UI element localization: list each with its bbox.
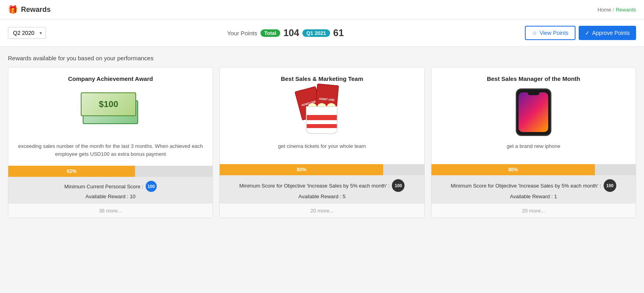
points-section: Your Points Total 104 Q1 2021 61 xyxy=(227,27,344,38)
top-bar: 🎁 Rewards Home / Rewards xyxy=(0,0,644,19)
card-image-3 xyxy=(502,88,565,136)
iphone-screen xyxy=(519,92,548,132)
progress-bar-fill-3: 80% xyxy=(431,164,595,175)
money-image: $100 $100 xyxy=(81,92,140,132)
card-more-1[interactable]: 38 more... xyxy=(8,203,213,218)
cinema-image: ADMIT ONE ADMIT ONE xyxy=(292,90,351,134)
progress-bar-fill-1: 62% xyxy=(8,166,135,177)
score-label-3: Minimum Score for Objective 'Increase Sa… xyxy=(451,183,601,189)
score-label-2: Minimum Score for Objective 'Increase Sa… xyxy=(239,183,390,189)
card-more-3[interactable]: 20 more... xyxy=(431,203,636,218)
header-left: 🎁 Rewards xyxy=(8,5,51,14)
footer-score-line-3: Minimum Score for Objective 'Increase Sa… xyxy=(437,179,630,192)
card-title-1: Company Achievement Award xyxy=(68,75,153,82)
breadcrumb-current: Rewards xyxy=(616,7,636,13)
progress-bar-fill-2: 80% xyxy=(220,164,383,175)
score-badge-3: 100 xyxy=(604,179,616,192)
points-label: Your Points xyxy=(227,30,257,36)
footer-score-line-2: Minimum Score for Objective 'Increase Sa… xyxy=(225,179,418,192)
popcorn-container xyxy=(306,106,338,134)
progress-label-2: 80% xyxy=(297,167,306,172)
cards-grid: Company Achievement Award $100 $100 exce… xyxy=(8,67,636,218)
money-bill-front: $100 xyxy=(81,92,136,116)
toolbar: Q1 2020 Q2 2020 Q3 2020 Q4 2020 Q1 2021 … xyxy=(0,19,644,47)
card-footer-2: Minimum Score for Objective 'Increase Sa… xyxy=(220,175,424,203)
reward-card-3: Best Sales Manager of the Month get a br… xyxy=(431,67,636,218)
quarter-select-wrapper[interactable]: Q1 2020 Q2 2020 Q3 2020 Q4 2020 Q1 2021 xyxy=(8,27,46,39)
breadcrumb-separator: / xyxy=(613,7,614,13)
card-description-1: exceeding sales number of the month for … xyxy=(16,142,205,158)
card-title-3: Best Sales Manager of the Month xyxy=(487,75,580,82)
progress-label-3: 80% xyxy=(508,167,518,172)
view-points-label: View Points xyxy=(540,30,568,36)
card-description-3: get a brand new iphone xyxy=(507,142,560,150)
q1-points: 61 xyxy=(333,27,344,38)
breadcrumb: Home / Rewards xyxy=(597,7,636,13)
progress-label-1: 62% xyxy=(67,169,76,174)
reward-card-2: Best Sales & Marketing Team ADMIT ONE AD… xyxy=(219,67,424,218)
approve-points-button[interactable]: ✓ Approve Points xyxy=(579,26,636,40)
progress-bar-wrapper-1: 62% xyxy=(8,166,213,177)
star-icon: ☆ xyxy=(532,30,537,36)
total-points: 104 xyxy=(283,27,299,38)
card-footer-1: Minimum Current Personal Score : 100 Ava… xyxy=(8,177,213,203)
card-title-2: Best Sales & Marketing Team xyxy=(281,75,363,82)
toolbar-right: ☆ View Points ✓ Approve Points xyxy=(525,26,636,40)
card-more-2[interactable]: 20 more... xyxy=(220,203,424,218)
card-body-1: Company Achievement Award $100 $100 exce… xyxy=(8,67,213,166)
progress-bar-wrapper-2: 80% xyxy=(220,164,424,175)
card-image-2: ADMIT ONE ADMIT ONE xyxy=(290,88,353,136)
card-description-2: get cinema tickets for your whole team xyxy=(278,142,366,150)
breadcrumb-home: Home xyxy=(597,7,611,13)
view-points-button[interactable]: ☆ View Points xyxy=(525,26,576,40)
gift-icon: 🎁 xyxy=(8,5,18,14)
card-image-1: $100 $100 xyxy=(79,88,142,136)
score-badge-1: 100 xyxy=(146,181,157,192)
footer-reward-line-2: Available Reward : 5 xyxy=(225,193,418,199)
total-badge: Total xyxy=(260,29,280,37)
reward-card-1: Company Achievement Award $100 $100 exce… xyxy=(8,67,213,218)
card-footer-3: Minimum Score for Objective 'Increase Sa… xyxy=(431,175,636,203)
check-icon: ✓ xyxy=(585,30,590,36)
iphone-notch xyxy=(528,92,540,95)
score-badge-2: 100 xyxy=(392,179,405,192)
main-content: Rewards available for you based on your … xyxy=(0,47,644,226)
approve-points-label: Approve Points xyxy=(592,30,630,36)
toolbar-left: Q1 2020 Q2 2020 Q3 2020 Q4 2020 Q1 2021 xyxy=(8,27,46,39)
card-body-3: Best Sales Manager of the Month get a br… xyxy=(431,67,636,164)
quarter-select[interactable]: Q1 2020 Q2 2020 Q3 2020 Q4 2020 Q1 2021 xyxy=(8,27,46,39)
section-title: Rewards available for you based on your … xyxy=(8,55,636,61)
progress-bar-wrapper-3: 80% xyxy=(431,164,636,175)
score-label-1: Minimum Current Personal Score : xyxy=(64,184,143,190)
iphone-image xyxy=(516,88,551,136)
page-title: Rewards xyxy=(21,6,51,14)
card-body-2: Best Sales & Marketing Team ADMIT ONE AD… xyxy=(220,67,424,164)
footer-reward-line-3: Available Reward : 1 xyxy=(437,193,630,199)
footer-score-line-1: Minimum Current Personal Score : 100 xyxy=(14,181,207,192)
footer-reward-line-1: Available Reward : 10 xyxy=(14,193,207,199)
q1-badge: Q1 2021 xyxy=(302,29,330,37)
